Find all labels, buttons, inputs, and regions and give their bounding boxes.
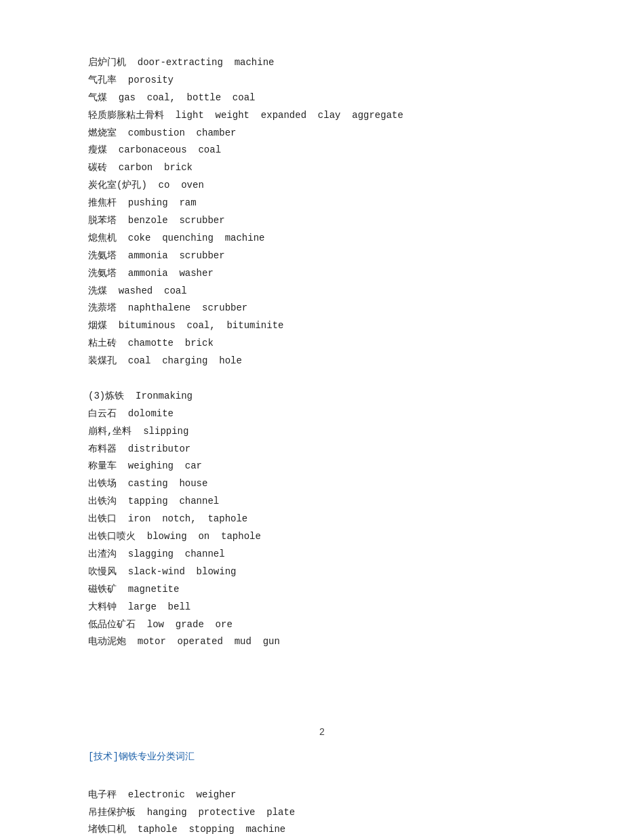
page-number: 2 bbox=[88, 724, 556, 742]
line-1: 启炉门机 door-extracting machine bbox=[88, 54, 556, 72]
line-3: 气煤 gas coal, bottle coal bbox=[88, 90, 556, 107]
iron-line-1: 白云石 dolomite bbox=[88, 405, 556, 423]
line-13: 洗氨塔 ammonia washer bbox=[88, 265, 556, 283]
iron-line-6: 出铁沟 tapping channel bbox=[88, 493, 556, 511]
line-5: 燃烧室 combustion chamber bbox=[88, 125, 556, 142]
blank-3 bbox=[88, 669, 556, 686]
line-9: 推焦杆 pushing ram bbox=[88, 195, 556, 212]
section-part3: 电子秤 electronic weigher 吊挂保护板 hanging pro… bbox=[88, 787, 556, 834]
line-10: 脱苯塔 benzole scrubber bbox=[88, 212, 556, 230]
blank-4 bbox=[88, 686, 556, 704]
blank-1 bbox=[88, 370, 556, 388]
section-ironmaking: 白云石 dolomite 崩料,坐料 slipping 布料器 distribu… bbox=[88, 405, 556, 651]
line-8: 炭化室(炉孔) co oven bbox=[88, 177, 556, 195]
p3-line-2: 吊挂保护板 hanging protective plate bbox=[88, 804, 556, 822]
line-16: 烟煤 bituminous coal, bituminite bbox=[88, 317, 556, 335]
line-2: 气孔率 porosity bbox=[88, 72, 556, 90]
p3-line-1: 电子秤 electronic weigher bbox=[88, 787, 556, 804]
section-part1: 启炉门机 door-extracting machine 气孔率 porosit… bbox=[88, 54, 556, 370]
p3-line-3: 堵铁口机 taphole stopping machine bbox=[88, 821, 556, 834]
iron-line-11: 磁铁矿 magnetite bbox=[88, 581, 556, 599]
blank-2 bbox=[88, 651, 556, 669]
iron-line-7: 出铁口 iron notch, taphole bbox=[88, 511, 556, 528]
line-11: 熄焦机 coke quenching machine bbox=[88, 230, 556, 247]
line-4: 轻质膨胀粘土骨料 light weight expanded clay aggr… bbox=[88, 107, 556, 125]
line-6: 瘦煤 carbonaceous coal bbox=[88, 142, 556, 159]
blank-5 bbox=[88, 769, 556, 787]
line-14: 洗煤 washed coal bbox=[88, 283, 556, 300]
main-content: 启炉门机 door-extracting machine 气孔率 porosit… bbox=[88, 54, 556, 834]
iron-line-12: 大料钟 large bell bbox=[88, 599, 556, 616]
iron-line-9: 出渣沟 slagging channel bbox=[88, 546, 556, 563]
iron-line-13: 低品位矿石 low grade ore bbox=[88, 616, 556, 634]
line-12: 洗氨塔 ammonia scrubber bbox=[88, 247, 556, 265]
iron-line-4: 称量车 weighing car bbox=[88, 458, 556, 475]
iron-line-5: 出铁场 casting house bbox=[88, 475, 556, 493]
section-ironmaking-header: (3)炼铁 Ironmaking bbox=[88, 388, 556, 405]
iron-line-3: 布料器 distributor bbox=[88, 441, 556, 458]
line-7: 碳砖 carbon brick bbox=[88, 159, 556, 177]
line-18: 装煤孔 coal charging hole bbox=[88, 353, 556, 370]
iron-line-8: 出铁口喷火 blowing on taphole bbox=[88, 528, 556, 546]
line-15: 洗萘塔 naphthalene scrubber bbox=[88, 300, 556, 317]
iron-line-14: 电动泥炮 motor operated mud gun bbox=[88, 633, 556, 651]
line-17: 粘土砖 chamotte brick bbox=[88, 335, 556, 353]
iron-line-2: 崩料,坐料 slipping bbox=[88, 423, 556, 441]
iron-line-10: 吹慢风 slack-wind blowing bbox=[88, 563, 556, 581]
section-title-link[interactable]: [技术]钢铁专业分类词汇 bbox=[88, 749, 556, 766]
